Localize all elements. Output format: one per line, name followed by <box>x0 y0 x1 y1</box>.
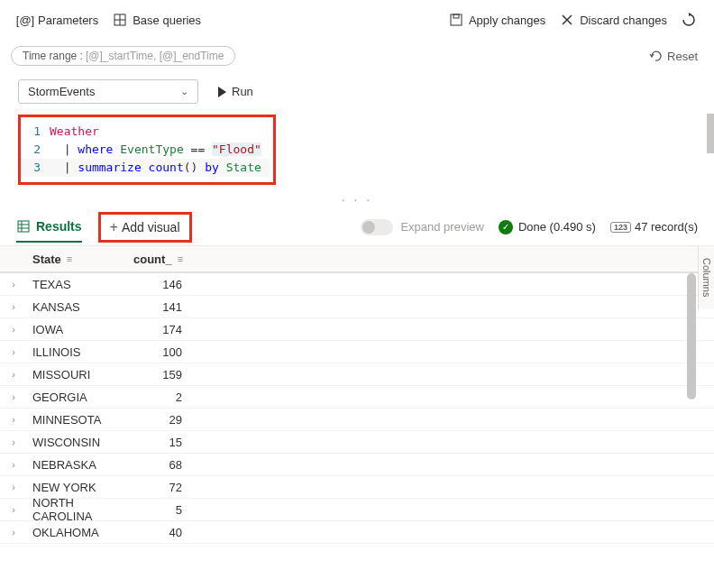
cell-state: TEXAS <box>27 278 133 291</box>
table-row[interactable]: ›MISSOURI159 <box>0 363 714 386</box>
table-icon <box>16 219 31 234</box>
col-state[interactable]: State <box>32 253 61 266</box>
cell-state: NEBRASKA <box>27 458 133 472</box>
expand-row-icon[interactable]: › <box>0 527 27 537</box>
cell-count: 72 <box>133 481 188 494</box>
expand-row-icon[interactable]: › <box>0 482 27 492</box>
discard-changes-button[interactable]: Discard changes <box>553 9 674 31</box>
apply-changes-label: Apply changes <box>469 14 545 27</box>
cell-count: 174 <box>133 323 188 336</box>
cell-count: 29 <box>133 413 188 427</box>
save-icon <box>449 13 463 27</box>
table-row[interactable]: ›GEORGIA2 <box>0 386 714 409</box>
cell-state: NEW YORK <box>27 481 133 494</box>
expand-row-icon[interactable]: › <box>0 346 27 357</box>
table-row[interactable]: ›KANSAS141 <box>0 296 714 318</box>
expand-row-icon[interactable]: › <box>0 414 27 425</box>
source-dropdown[interactable]: StormEvents ⌄ <box>18 79 198 104</box>
record-count-text: 47 record(s) <box>635 220 698 234</box>
check-icon: ✓ <box>499 220 513 234</box>
table-row[interactable]: ›OKLAHOMA40 <box>0 521 714 544</box>
table-row[interactable]: ›NEBRASKA68 <box>0 454 714 476</box>
base-queries-label: Base queries <box>133 14 201 27</box>
timerange-pill[interactable]: Time range : [@]_startTime, [@]_endTime <box>11 46 235 66</box>
cell-count: 2 <box>133 390 188 404</box>
reset-button[interactable]: Reset <box>643 45 703 67</box>
cell-count: 15 <box>133 436 188 449</box>
expand-row-icon[interactable]: › <box>0 459 27 470</box>
cell-count: 68 <box>133 458 188 472</box>
col-menu-icon[interactable]: ≡ <box>67 253 72 264</box>
expand-preview-label: Expand preview <box>400 220 484 234</box>
expand-row-icon[interactable]: › <box>0 324 27 335</box>
col-menu-icon[interactable]: ≡ <box>178 253 183 264</box>
cell-count: 141 <box>133 300 188 314</box>
table-row[interactable]: ›MINNESOTA29 <box>0 409 714 431</box>
cell-count: 100 <box>133 345 188 359</box>
code-line[interactable]: | where EventType == "Flood" <box>50 141 261 159</box>
expand-preview-toggle[interactable] <box>361 219 393 235</box>
table-row[interactable]: ›TEXAS146 <box>0 273 714 296</box>
code-line[interactable]: Weather <box>50 123 99 141</box>
add-visual-label: Add visual <box>122 220 180 234</box>
cell-count: 40 <box>133 526 188 539</box>
table-row[interactable]: ›NORTH CAROLINA5 <box>0 499 714 521</box>
parameters-label: Parameters <box>38 14 98 27</box>
expand-row-icon[interactable]: › <box>0 436 27 447</box>
code-line[interactable]: | summarize count() by State <box>50 159 261 177</box>
apply-changes-button[interactable]: Apply changes <box>442 9 553 31</box>
reset-label: Reset <box>667 50 698 63</box>
svg-rect-4 <box>453 14 459 18</box>
svg-rect-3 <box>451 14 462 25</box>
query-editor[interactable]: 1Weather2 | where EventType == "Flood"3 … <box>18 115 276 185</box>
tab-results[interactable]: Results <box>16 212 82 243</box>
number-badge-icon: 123 <box>610 222 631 233</box>
expand-row-icon[interactable]: › <box>0 504 27 515</box>
expand-row-icon[interactable]: › <box>0 369 27 380</box>
cell-count: 159 <box>133 368 188 381</box>
results-grid: State ≡ count_ ≡ ›TEXAS146›KANSAS141›IOW… <box>0 246 714 553</box>
expand-row-icon[interactable]: › <box>0 279 27 289</box>
play-icon <box>218 87 226 97</box>
record-count: 123 47 record(s) <box>610 220 698 234</box>
add-visual-button[interactable]: + Add visual <box>98 212 192 243</box>
refresh-icon <box>682 13 696 27</box>
col-count[interactable]: count_ <box>133 253 172 266</box>
status-done: ✓ Done (0.490 s) <box>499 220 596 234</box>
grid-header: State ≡ count_ ≡ <box>0 246 714 273</box>
at-icon: [@] <box>18 13 32 27</box>
table-row[interactable]: ›IOWA174 <box>0 318 714 341</box>
columns-panel-toggle[interactable]: Columns <box>698 246 714 309</box>
result-tabs-row: Results + Add visual Expand preview ✓ Do… <box>0 208 714 246</box>
line-number: 2 <box>21 141 50 159</box>
grid-body[interactable]: ›TEXAS146›KANSAS141›IOWA174›ILLINOIS100›… <box>0 273 714 553</box>
refresh-button[interactable] <box>674 9 703 31</box>
table-row[interactable]: ›WISCONSIN15 <box>0 431 714 454</box>
timerange-value: [@]_startTime, [@]_endTime <box>86 50 224 62</box>
table-row[interactable]: ›ILLINOIS100 <box>0 341 714 363</box>
expand-row-icon[interactable]: › <box>0 391 27 402</box>
scrollbar[interactable] <box>687 273 696 400</box>
cell-state: KANSAS <box>27 300 133 314</box>
line-number: 3 <box>21 159 50 177</box>
tab-results-label: Results <box>36 219 82 234</box>
cell-state: MISSOURI <box>27 368 133 381</box>
parameters-button[interactable]: [@] Parameters <box>11 9 105 31</box>
expand-row-icon[interactable]: › <box>0 301 27 312</box>
run-button[interactable]: Run <box>209 80 262 103</box>
base-queries-button[interactable]: Base queries <box>105 9 208 31</box>
resize-handle[interactable]: · · · <box>0 192 714 208</box>
right-scroll-cap <box>707 114 714 153</box>
cell-state: IOWA <box>27 323 133 336</box>
run-row: StormEvents ⌄ Run <box>0 76 714 113</box>
timerange-label: Time range : <box>23 50 83 62</box>
run-label: Run <box>232 85 253 98</box>
plus-icon: + <box>110 219 118 235</box>
cell-state: ILLINOIS <box>27 345 133 359</box>
line-number: 1 <box>21 123 50 141</box>
columns-panel-label: Columns <box>701 258 712 297</box>
cell-state: GEORGIA <box>27 390 133 404</box>
discard-changes-label: Discard changes <box>580 14 667 27</box>
close-icon <box>560 13 574 27</box>
svg-rect-7 <box>18 221 29 232</box>
